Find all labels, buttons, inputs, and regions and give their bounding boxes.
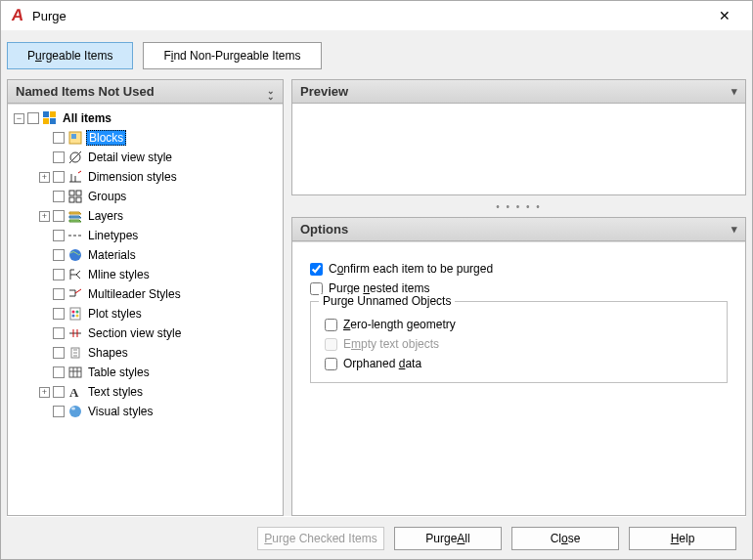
tree-checkbox[interactable]: [53, 210, 65, 222]
category-icon: [67, 130, 83, 146]
expander-icon: [39, 231, 50, 241]
mode-tabs: Purgeable Items Find Non-Purgeable Items: [7, 36, 746, 79]
tree-item[interactable]: Mline styles: [10, 265, 281, 284]
tree-root[interactable]: − All items: [10, 108, 281, 128]
expander-icon: [39, 133, 50, 144]
category-icon: [67, 345, 83, 361]
preview-panel: Preview ▾: [291, 79, 746, 195]
tree-item[interactable]: +Layers: [10, 206, 281, 226]
category-icon: [67, 189, 83, 204]
category-icon: [67, 404, 83, 419]
options-header[interactable]: Options ▾: [292, 218, 745, 241]
titlebar: A Purge ✕: [1, 1, 752, 30]
svg-rect-11: [76, 197, 81, 202]
tree-item[interactable]: Section view style: [10, 323, 281, 343]
tree-checkbox[interactable]: [53, 386, 65, 398]
chevron-collapse-icon[interactable]: ⌄⌄: [267, 84, 275, 100]
help-button[interactable]: Help: [629, 527, 736, 550]
tree-item[interactable]: Blocks: [10, 128, 281, 148]
category-icon: [67, 365, 83, 380]
tree-checkbox[interactable]: [53, 151, 65, 163]
tab-purgeable-items[interactable]: Purgeable Items: [7, 42, 133, 69]
tree-view[interactable]: − All items BlocksDetail view style+Dime…: [8, 104, 283, 515]
confirm-each-item-checkbox[interactable]: Confirm each item to be purged: [310, 262, 728, 276]
tree-item-label: Groups: [86, 190, 128, 203]
tree-item[interactable]: Materials: [10, 245, 281, 265]
tree-checkbox[interactable]: [53, 132, 65, 144]
svg-rect-14: [70, 308, 80, 320]
tree-item[interactable]: +AText styles: [10, 382, 281, 402]
tree-item-label: Plot styles: [86, 307, 144, 321]
preview-area: [292, 104, 745, 194]
chevron-down-icon[interactable]: ▾: [731, 223, 737, 236]
tree-item[interactable]: Linetypes: [10, 226, 281, 245]
named-items-header[interactable]: Named Items Not Used ⌄⌄: [8, 80, 283, 104]
svg-rect-9: [76, 191, 81, 195]
tree-item[interactable]: Visual styles: [10, 402, 281, 421]
tree-item-label: Multileader Styles: [86, 287, 183, 301]
svg-line-7: [69, 151, 81, 163]
tree-item[interactable]: +Dimension styles: [10, 167, 281, 187]
expander-icon: [39, 289, 50, 300]
expander-icon[interactable]: +: [39, 387, 50, 398]
tree-checkbox[interactable]: [53, 288, 65, 300]
tree-checkbox[interactable]: [53, 347, 65, 359]
options-panel: Options ▾ Confirm each item to be purged…: [291, 217, 746, 516]
tree-checkbox[interactable]: [53, 191, 65, 202]
expander-icon: [39, 328, 50, 339]
tree-item-label: Shapes: [86, 346, 130, 360]
svg-rect-2: [43, 118, 49, 124]
tree-item[interactable]: Multileader Styles: [10, 284, 281, 304]
tree-checkbox[interactable]: [53, 366, 65, 378]
tab-find-non-purgeable[interactable]: Find Non-Purgeable Items: [143, 42, 321, 69]
close-button[interactable]: Close: [511, 527, 619, 550]
tree-checkbox[interactable]: [53, 171, 65, 183]
purge-checked-button: Purge Checked Items: [257, 527, 384, 550]
chevron-down-icon[interactable]: ▾: [731, 85, 737, 98]
preview-header[interactable]: Preview ▾: [292, 80, 745, 104]
tree-item[interactable]: Shapes: [10, 343, 281, 363]
tree-checkbox[interactable]: [53, 249, 65, 261]
tree-item-label: Dimension styles: [86, 170, 179, 184]
named-items-panel: Named Items Not Used ⌄⌄ − All items Bloc…: [7, 79, 284, 516]
tree-root-label: All items: [61, 111, 113, 125]
close-icon[interactable]: ✕: [705, 2, 744, 29]
zero-length-checkbox[interactable]: Zero-length geometry: [325, 318, 713, 331]
tree-item[interactable]: Groups: [10, 187, 281, 206]
expander-icon: [39, 250, 50, 261]
expander-icon[interactable]: −: [14, 113, 24, 124]
tree-item[interactable]: Plot styles: [10, 304, 281, 323]
category-icon: [67, 228, 83, 243]
category-icon: [67, 150, 83, 165]
tree-checkbox[interactable]: [53, 308, 65, 320]
svg-rect-0: [43, 111, 49, 117]
expander-icon: [39, 407, 50, 417]
splitter-handle[interactable]: • • • • •: [291, 201, 746, 211]
tree-item[interactable]: Table styles: [10, 363, 281, 382]
tree-checkbox[interactable]: [53, 230, 65, 241]
expander-icon[interactable]: +: [39, 172, 50, 183]
svg-point-27: [71, 408, 75, 410]
tree-item-label: Section view style: [86, 326, 183, 340]
purge-all-button[interactable]: Purge All: [394, 527, 502, 550]
svg-rect-10: [69, 197, 74, 202]
svg-point-26: [69, 406, 81, 417]
svg-point-15: [72, 311, 75, 314]
expander-icon[interactable]: +: [39, 211, 50, 222]
svg-point-16: [76, 311, 79, 314]
tree-checkbox[interactable]: [53, 406, 65, 417]
category-icon: [67, 267, 83, 282]
tree-checkbox[interactable]: [27, 112, 39, 124]
tree-item-label: Text styles: [86, 385, 145, 399]
category-icon: [67, 286, 83, 302]
tree-item[interactable]: Detail view style: [10, 148, 281, 167]
group-legend: Purge Unnamed Objects: [319, 294, 455, 308]
tree-item-label: Detail view style: [86, 151, 174, 164]
window-title: Purge: [32, 9, 705, 23]
tree-item-label: Blocks: [86, 130, 126, 146]
tree-checkbox[interactable]: [53, 269, 65, 280]
tree-checkbox[interactable]: [53, 327, 65, 339]
orphaned-data-checkbox[interactable]: Orphaned data: [325, 357, 713, 370]
purge-nested-checkbox[interactable]: Purge nested items: [310, 281, 728, 295]
all-items-icon: [42, 110, 58, 126]
